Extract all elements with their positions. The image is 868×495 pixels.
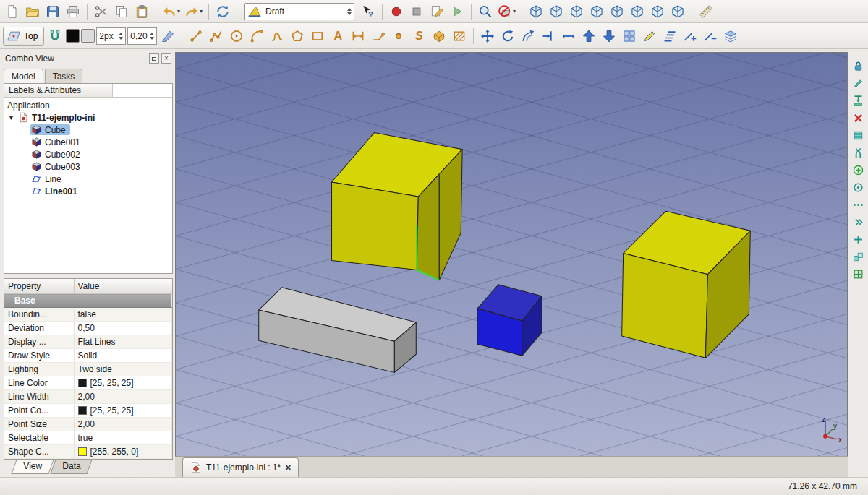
scale-spinbox[interactable]: 0,20 [127,27,157,45]
view-rear-button[interactable] [608,2,626,21]
redo-button[interactable]: ▾ [183,2,204,21]
property-value[interactable]: Solid [74,349,172,363]
snap-extension-button[interactable] [850,214,867,230]
measure-distance-button[interactable] [697,2,715,21]
draft-upgrade-button[interactable] [579,27,598,46]
expander-icon[interactable]: ▼ [7,114,15,121]
yellow-cube[interactable] [332,182,419,270]
draft-wire-button[interactable] [207,27,226,46]
redo-dropdown-arrow[interactable]: ▾ [200,8,203,14]
cut-button[interactable] [92,2,111,21]
snap-intersection-button[interactable] [850,231,867,247]
property-column-header[interactable]: Property [4,279,74,294]
view-axonometric-button[interactable] [668,2,687,21]
property-row[interactable]: Point Co...[25, 25, 25] [4,404,172,418]
view-bottom-button[interactable] [628,2,647,21]
draft-add-point-button[interactable] [681,27,699,46]
close-document-icon[interactable]: × [285,462,291,473]
property-value[interactable]: [25, 25, 25] [74,404,172,418]
draft-line-button[interactable] [187,27,205,46]
draft-dimension-button[interactable] [349,27,367,46]
draft-trimex-button[interactable] [539,27,558,46]
float-panel-button[interactable] [149,53,159,64]
document-tab[interactable]: T11-ejemplo-ini : 1* × [182,457,299,477]
tree-item-cube001[interactable]: Cube001 [4,136,172,148]
tree-item-cube003[interactable]: Cube003 [4,160,172,173]
snap-toggle-button[interactable] [46,27,64,46]
view-top-button[interactable] [567,2,586,21]
scale-spinner[interactable] [150,33,154,40]
property-value[interactable]: Flat Lines [74,335,172,349]
tab-model[interactable]: Model [4,69,43,83]
clipping-plane-button[interactable]: ▾ [496,2,517,21]
draft-join-button[interactable] [559,27,578,46]
macro-stop-button[interactable] [407,2,426,21]
draft-circle-button[interactable] [227,27,246,46]
snap-endpoint-button[interactable] [850,75,867,91]
draft-downgrade-button[interactable] [600,27,618,46]
property-row[interactable]: Selectabletrue [4,431,172,445]
draft-hatch-button[interactable] [450,27,469,46]
draft-text-button[interactable]: A [328,27,347,46]
draft-shapestring-button[interactable]: S [409,27,428,46]
view-front-button[interactable] [547,2,566,21]
save-document-button[interactable] [43,2,62,21]
macro-edit-button[interactable] [427,2,446,21]
property-row[interactable]: Display ...Flat Lines [4,335,172,349]
property-row[interactable]: Point Size2,00 [4,418,172,431]
draft-bspline-button[interactable] [268,27,286,46]
tab-view[interactable]: View [11,460,54,474]
open-document-button[interactable] [23,2,42,21]
snap-angle-button[interactable] [850,110,867,126]
tree-root-application[interactable]: Application [4,99,172,111]
undo-button[interactable]: ▾ [161,2,182,21]
clipping-plane-dropdown-arrow[interactable]: ▾ [513,8,516,14]
face-color-swatch[interactable] [81,29,95,43]
draft-polygon-button[interactable] [288,27,307,46]
draft-point-button[interactable] [389,27,408,46]
snap-midpoint-button[interactable] [850,92,867,108]
new-document-button[interactable] [3,2,22,21]
snap-center-button[interactable] [850,162,867,178]
snap-grid-button[interactable] [850,266,867,282]
line-width-spinbox[interactable]: 2px [96,27,126,45]
draft-move-button[interactable] [478,27,497,46]
value-column-header[interactable]: Value [74,279,172,294]
property-row[interactable]: Deviation0,50 [4,322,172,335]
tree-item-cube[interactable]: Cube [4,124,172,136]
paste-button[interactable] [132,2,151,21]
draft-array-button[interactable] [620,27,639,46]
draft-facebinder-button[interactable] [430,27,448,46]
workbench-selector-spinner[interactable] [347,8,352,15]
tree-item-document[interactable]: ▼T11-ejemplo-ini [4,111,172,124]
snap-dimensions-button[interactable] [850,249,867,264]
property-row[interactable]: Draw StyleSolid [4,349,172,363]
property-row[interactable]: LightingTwo side [4,363,172,376]
snap-ortho-button[interactable] [850,179,867,195]
draft-label-button[interactable] [369,27,388,46]
property-row[interactable]: Shape C...[255, 255, 0] [4,445,172,459]
draft-layers-button[interactable] [721,27,740,46]
zoom-fit-button[interactable] [476,2,495,21]
snap-special-button[interactable] [850,197,867,212]
draft-edit-button[interactable] [640,27,659,46]
workbench-selector[interactable]: Draft [244,3,354,20]
undo-dropdown-arrow[interactable]: ▾ [177,8,180,14]
close-panel-button[interactable]: × [161,53,171,64]
draft-arc-button[interactable] [247,27,266,46]
macro-play-button[interactable] [448,2,467,21]
view-left-button[interactable] [648,2,667,21]
tab-data[interactable]: Data [50,460,93,474]
property-value[interactable]: true [74,431,172,445]
property-row[interactable]: Line Width2,00 [4,390,172,404]
line-color-swatch[interactable] [66,29,80,43]
property-value[interactable]: [25, 25, 25] [74,376,172,390]
draft-rotate-button[interactable] [498,27,517,46]
property-value[interactable]: 0,50 [74,322,172,335]
property-value[interactable]: [255, 255, 0] [74,445,172,459]
3d-viewport[interactable]: z y x [175,52,848,456]
draft-rectangle-button[interactable] [308,27,327,46]
property-value[interactable]: false [74,308,172,322]
snap-lock-button[interactable] [850,58,867,74]
property-group-row[interactable]: Base [4,294,172,308]
